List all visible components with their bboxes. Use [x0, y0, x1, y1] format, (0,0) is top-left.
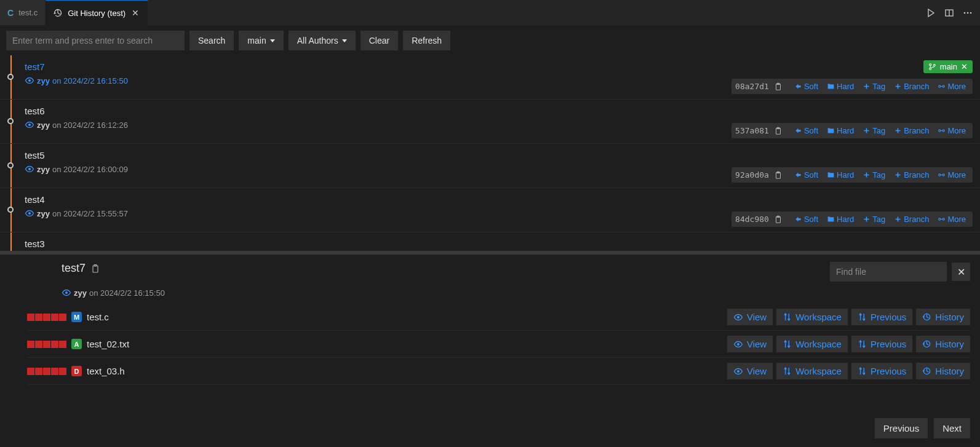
workspace-button[interactable]: Workspace	[776, 309, 848, 325]
commit-title: test5	[25, 150, 973, 160]
hard-reset-button[interactable]: Hard	[824, 125, 857, 136]
previous-page-button[interactable]: Previous	[875, 418, 928, 438]
svg-point-29	[939, 218, 941, 220]
clipboard-icon[interactable]	[774, 215, 783, 224]
svg-rect-32	[93, 266, 98, 272]
file-actions: ViewWorkspacePreviousHistory	[727, 309, 970, 325]
svg-point-4	[970, 12, 972, 14]
more-button[interactable]: More	[934, 81, 969, 92]
graph-dot	[7, 118, 14, 124]
eye-icon	[25, 208, 34, 218]
branch-button[interactable]: Branch	[891, 125, 932, 136]
commit-actions: 84dc980SoftHardTagBranchMore	[731, 212, 973, 227]
svg-point-24	[943, 174, 945, 176]
commit-actions: 08a27d1SoftHardTagBranchMore	[731, 79, 973, 94]
clear-button[interactable]: Clear	[361, 31, 398, 50]
graph-dot	[7, 207, 14, 213]
hard-reset-button[interactable]: Hard	[824, 81, 857, 92]
commit-title: test6	[25, 106, 973, 116]
clipboard-icon[interactable]	[90, 264, 100, 274]
run-icon[interactable]	[926, 8, 936, 18]
tag-button[interactable]: Tag	[859, 81, 888, 92]
clipboard-icon[interactable]	[774, 82, 783, 91]
file-row[interactable]: Atest_02.txtViewWorkspacePreviousHistory	[27, 331, 970, 358]
more-button[interactable]: More	[934, 125, 969, 136]
branch-icon	[928, 63, 936, 71]
view-button[interactable]: View	[727, 336, 773, 352]
branch-button[interactable]: Branch	[891, 81, 932, 92]
more-button[interactable]: More	[934, 213, 969, 225]
hard-reset-button[interactable]: Hard	[824, 213, 857, 225]
soft-reset-button[interactable]: Soft	[791, 213, 821, 225]
soft-reset-button[interactable]: Soft	[791, 169, 821, 181]
close-icon[interactable]: ✕	[130, 8, 140, 18]
branch-chip[interactable]: main✕	[923, 60, 973, 73]
previous-button[interactable]: Previous	[851, 309, 912, 325]
tag-button[interactable]: Tag	[859, 213, 888, 225]
file-row[interactable]: Mtest.cViewWorkspacePreviousHistory	[27, 304, 970, 331]
branch-chip-label: main	[940, 62, 957, 71]
workspace-button[interactable]: Workspace	[776, 363, 848, 379]
split-editor-icon[interactable]	[944, 8, 954, 18]
branch-button[interactable]: Branch	[891, 213, 932, 225]
more-button[interactable]: More	[934, 169, 969, 181]
eye-icon	[25, 164, 34, 174]
history-icon	[53, 8, 63, 18]
clipboard-icon[interactable]	[774, 127, 783, 135]
close-icon[interactable]: ✕	[961, 62, 968, 71]
view-button[interactable]: View	[727, 309, 773, 325]
diff-bar	[27, 368, 66, 375]
svg-point-34	[65, 291, 68, 294]
history-button[interactable]: History	[916, 363, 970, 379]
commit-row[interactable]: test5zyy on 2024/2/2 16:00:0992a0d0aSoft…	[0, 144, 980, 188]
svg-point-26	[28, 212, 31, 215]
authors-dropdown[interactable]: All Authors	[289, 31, 356, 50]
toolbar: Search main All Authors Clear Refresh	[0, 26, 980, 55]
hard-reset-button[interactable]: Hard	[824, 169, 857, 181]
view-button[interactable]: View	[727, 363, 773, 379]
svg-rect-9	[776, 84, 780, 90]
graph-line	[10, 232, 12, 251]
eye-icon	[25, 76, 34, 85]
search-input[interactable]	[6, 31, 185, 50]
commit-row[interactable]: test3	[0, 232, 980, 251]
svg-point-14	[28, 124, 31, 126]
history-pane: test7zyy on 2024/2/2 16:15:50main✕08a27d…	[0, 55, 980, 251]
soft-reset-button[interactable]: Soft	[791, 81, 821, 92]
tab-git-history[interactable]: Git History (test) ✕	[46, 0, 148, 25]
clipboard-icon[interactable]	[774, 171, 783, 180]
refresh-button[interactable]: Refresh	[403, 31, 450, 50]
file-name: test_02.txt	[87, 339, 129, 349]
compare-icon	[783, 339, 792, 349]
previous-button[interactable]: Previous	[851, 336, 912, 352]
soft-reset-button[interactable]: Soft	[791, 125, 821, 136]
branch-button[interactable]: Branch	[891, 169, 932, 181]
svg-point-12	[943, 85, 945, 87]
history-button[interactable]: History	[916, 336, 970, 352]
commit-row[interactable]: test4zyy on 2024/2/2 15:55:5784dc980Soft…	[0, 188, 980, 232]
find-file-input[interactable]	[830, 262, 947, 282]
commit-row[interactable]: test7zyy on 2024/2/2 16:15:50main✕08a27d…	[0, 55, 980, 100]
workspace-button[interactable]: Workspace	[776, 336, 848, 352]
close-find-button[interactable]: ✕	[952, 263, 970, 281]
commit-hash: 08a27d1	[735, 82, 771, 91]
caret-down-icon	[270, 39, 275, 42]
tag-button[interactable]: Tag	[859, 169, 888, 181]
tab-test-c[interactable]: C test.c	[0, 0, 46, 25]
previous-button[interactable]: Previous	[851, 363, 912, 379]
compare-icon	[783, 312, 792, 322]
svg-point-8	[933, 65, 935, 66]
commit-title: test4	[25, 194, 973, 205]
branch-dropdown[interactable]: main	[239, 31, 283, 50]
compare-icon	[858, 366, 867, 376]
file-actions: ViewWorkspacePreviousHistory	[727, 336, 970, 352]
history-button[interactable]: History	[916, 309, 970, 325]
next-page-button[interactable]: Next	[934, 418, 970, 438]
svg-rect-27	[776, 216, 780, 223]
graph-dot	[7, 74, 14, 80]
commit-row[interactable]: test6zyy on 2024/2/2 16:12:26537a081Soft…	[0, 100, 980, 144]
more-icon[interactable]	[963, 8, 973, 18]
tag-button[interactable]: Tag	[859, 125, 888, 136]
file-row[interactable]: Dtext_03.hViewWorkspacePreviousHistory	[27, 358, 970, 385]
search-button[interactable]: Search	[189, 31, 234, 50]
